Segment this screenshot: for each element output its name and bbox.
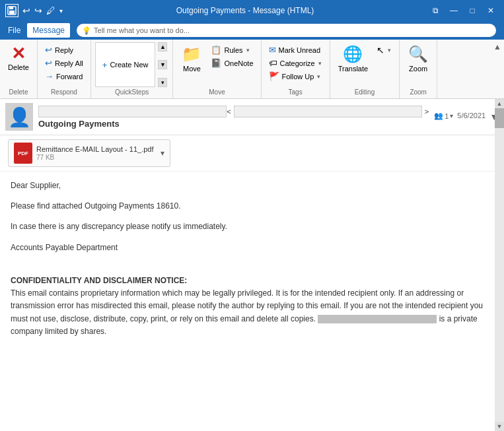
delete-group-content: ✕ Delete — [4, 42, 33, 87]
move-button[interactable]: 📁 Move — [177, 42, 206, 76]
zoom-label: Zoom — [409, 65, 427, 73]
ribbon-group-zoom: 🔍 Zoom Zoom — [400, 40, 437, 98]
disclaimer-title-text: CONFIDENTIALITY AND DISCLAIMER NOTICE: — [11, 276, 187, 285]
move-icon: 📁 — [182, 45, 201, 63]
tags-group-content: ✉ Mark Unread 🏷 Categorize ▾ 🚩 Follow Up… — [266, 42, 326, 87]
create-new-step[interactable]: + Create New — [100, 59, 151, 71]
ribbon-group-editing: 🌐 Translate ↖ ▾ Editing — [330, 40, 400, 98]
window-controls: ⧉ — □ ✕ — [427, 3, 499, 18]
to-field[interactable] — [234, 106, 422, 117]
delete-button[interactable]: ✕ Delete — [4, 42, 33, 75]
onenote-button[interactable]: 📓 OneNote — [207, 57, 256, 69]
mark-unread-label: Mark Unread — [279, 46, 321, 54]
attachment-dropdown-arrow[interactable]: ▾ — [161, 149, 164, 158]
reply-label: Reply — [55, 46, 73, 54]
disclaimer-body-text: This email contains proprietary informat… — [11, 288, 483, 336]
quicksteps-scroll-up[interactable]: ▲ — [158, 42, 167, 51]
pdf-icon: PDF — [14, 143, 32, 164]
body-line3: Accounts Payable Department — [11, 242, 493, 254]
tags-buttons: ✉ Mark Unread 🏷 Categorize ▾ 🚩 Follow Up… — [266, 42, 326, 83]
attachment-info: Remittance E-MAIL Layout - 11_.pdf 77 KB — [36, 145, 154, 161]
scroll-up-arrow[interactable]: ▲ — [495, 99, 504, 108]
minimize-button[interactable]: — — [446, 3, 462, 18]
move-small-buttons: 📋 Rules ▾ 📓 OneNote — [207, 42, 256, 69]
email-header: 👤 < > Outgoing Payments 👥 1 ▾ 5/6/2021 ▼ — [0, 99, 504, 135]
attachment-item[interactable]: PDF Remittance E-MAIL Layout - 11_.pdf 7… — [8, 139, 170, 167]
angle-bracket-right: > — [425, 108, 429, 116]
zoom-group-content: 🔍 Zoom — [404, 42, 433, 87]
rules-button[interactable]: 📋 Rules ▾ — [207, 44, 256, 56]
translate-label: Translate — [338, 65, 368, 73]
respond-group-label: Respond — [51, 87, 77, 98]
delete-group-label: Delete — [9, 87, 28, 98]
editing-small: ↖ ▾ — [373, 42, 395, 57]
people-count[interactable]: 👥 1 ▾ — [434, 112, 453, 120]
quicksteps-scroll: ▲ ▼ ▾ — [157, 42, 168, 87]
categorize-button[interactable]: 🏷 Categorize ▾ — [266, 57, 326, 69]
tell-me-text: Tell me what you want to do... — [94, 26, 190, 34]
follow-up-button[interactable]: 🚩 Follow Up ▾ — [266, 70, 326, 83]
from-field[interactable] — [38, 106, 227, 117]
ribbon: ✕ Delete Delete ↩ Reply ↩ Reply All → Fo… — [0, 40, 504, 99]
delete-icon: ✕ — [11, 45, 26, 62]
select-button[interactable]: ↖ ▾ — [373, 44, 395, 57]
save-icon[interactable] — [5, 4, 18, 17]
menu-bar: File Message 💡 Tell me what you want to … — [0, 21, 504, 40]
tell-me-box[interactable]: 💡 Tell me what you want to do... — [77, 24, 496, 37]
zoom-button[interactable]: 🔍 Zoom — [404, 42, 433, 76]
people-dropdown-arrow[interactable]: ▾ — [450, 112, 453, 119]
disclaimer-title: CONFIDENTIALITY AND DISCLAIMER NOTICE: T… — [11, 275, 493, 338]
close-button[interactable]: ✕ — [483, 3, 499, 18]
attachment-area: PDF Remittance E-MAIL Layout - 11_.pdf 7… — [0, 135, 504, 172]
quicksteps-scroll-down[interactable]: ▼ — [158, 60, 167, 69]
reply-button[interactable]: ↩ Reply — [42, 44, 87, 56]
body-line1: Please find attached Outgoing Payments 1… — [11, 200, 493, 213]
move-label: Move — [183, 65, 201, 73]
translate-icon: 🌐 — [343, 45, 363, 63]
restore-down-button[interactable]: ⧉ — [427, 3, 443, 18]
ribbon-collapse[interactable]: ▲ — [493, 40, 504, 98]
email-body: Dear Supplier, Please find attached Outg… — [0, 172, 504, 431]
categorize-arrow: ▾ — [318, 60, 322, 67]
maximize-button[interactable]: □ — [464, 3, 480, 18]
scroll-track[interactable] — [495, 108, 504, 422]
ribbon-group-quicksteps: + Create New ▲ ▼ ▾ QuickSteps — [91, 40, 174, 98]
rules-arrow: ▾ — [246, 47, 250, 53]
move-group-content: 📁 Move 📋 Rules ▾ 📓 OneNote — [177, 42, 256, 87]
reply-all-icon: ↩ — [45, 58, 52, 68]
menu-file[interactable]: File — [3, 23, 26, 38]
email-subject: Outgoing Payments — [38, 119, 429, 129]
email-date: 5/6/2021 — [457, 112, 486, 119]
title-bar-left: ↩ ↪ 🖊 ▾ — [5, 4, 63, 17]
quicksteps-expand[interactable]: ▾ — [158, 78, 167, 87]
editing-group-label: Editing — [355, 87, 375, 98]
forward-label: Forward — [56, 73, 83, 81]
menu-message[interactable]: Message — [27, 23, 70, 38]
customize-icon[interactable]: 🖊 — [46, 5, 55, 16]
mark-unread-icon: ✉ — [269, 45, 276, 55]
create-new-icon: + — [102, 60, 108, 70]
rules-icon: 📋 — [211, 45, 221, 55]
attachment-size: 77 KB — [36, 154, 154, 161]
email-meta: < > Outgoing Payments — [38, 106, 429, 129]
body-line2: In case there is any discrepancy please … — [11, 220, 493, 233]
follow-up-arrow: ▾ — [316, 73, 321, 80]
svg-rect-1 — [9, 7, 13, 9]
respond-group-content: ↩ Reply ↩ Reply All → Forward — [42, 42, 87, 87]
undo-icon[interactable]: ↩ — [22, 5, 30, 16]
scroll-down-arrow[interactable]: ▼ — [495, 422, 504, 431]
select-arrow: ▾ — [387, 47, 392, 53]
reply-all-label: Reply All — [55, 59, 83, 67]
quicksteps-group-label: QuickSteps — [115, 87, 149, 98]
forward-button[interactable]: → Forward — [42, 70, 87, 83]
reply-all-button[interactable]: ↩ Reply All — [42, 57, 87, 69]
scroll-thumb[interactable] — [495, 108, 504, 128]
avatar-icon: 👤 — [8, 106, 31, 128]
attachment-name: Remittance E-MAIL Layout - 11_.pdf — [36, 145, 154, 153]
categorize-label: Categorize — [280, 59, 315, 67]
mark-unread-button[interactable]: ✉ Mark Unread — [266, 44, 326, 56]
angle-bracket-left: < — [227, 108, 231, 116]
redo-icon[interactable]: ↪ — [34, 5, 42, 16]
translate-button[interactable]: 🌐 Translate — [334, 42, 372, 76]
zoom-group-label: Zoom — [410, 87, 427, 98]
